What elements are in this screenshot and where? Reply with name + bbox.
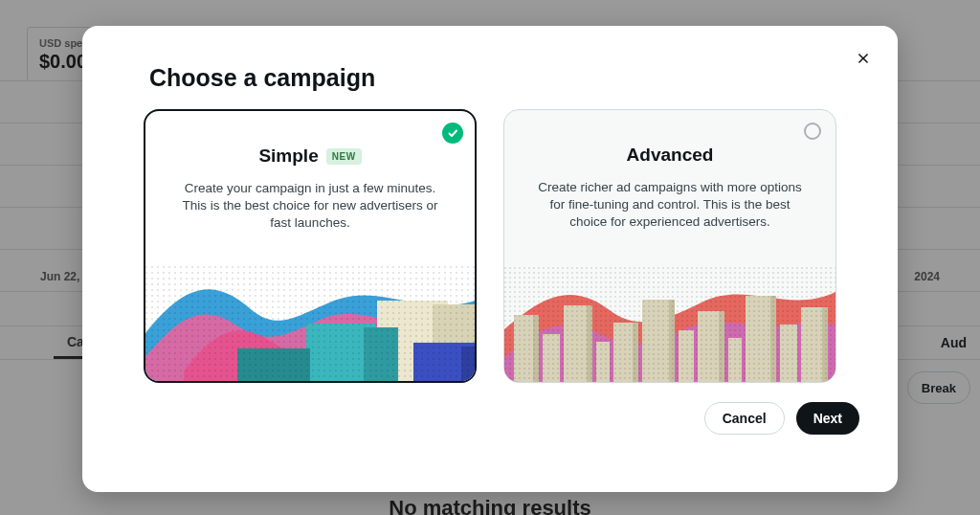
choose-campaign-modal: Choose a campaign Simple NEW Create your… — [82, 26, 898, 492]
svg-rect-30 — [504, 267, 836, 382]
svg-rect-9 — [145, 266, 477, 381]
radio-simple[interactable] — [442, 123, 463, 144]
modal-actions: Cancel Next — [117, 402, 863, 435]
close-icon — [857, 52, 870, 65]
cancel-button[interactable]: Cancel — [704, 402, 785, 435]
option-advanced-desc: Create richer ad campaigns with more opt… — [504, 179, 835, 232]
option-simple-illustration — [145, 266, 477, 381]
option-simple-desc: Create your campaign in just a few minut… — [145, 180, 475, 233]
check-icon — [442, 123, 463, 144]
close-button[interactable] — [850, 45, 877, 72]
option-simple[interactable]: Simple NEW Create your campaign in just … — [144, 109, 477, 383]
option-advanced[interactable]: Advanced Create richer ad campaigns with… — [503, 109, 836, 383]
option-advanced-title: Advanced — [627, 145, 714, 166]
option-advanced-header: Advanced — [627, 145, 714, 166]
radio-advanced[interactable] — [803, 122, 824, 143]
campaign-options: Simple NEW Create your campaign in just … — [117, 109, 863, 383]
option-simple-title: Simple — [258, 146, 318, 167]
new-badge: NEW — [326, 148, 362, 165]
radio-unchecked-icon — [804, 123, 821, 140]
option-simple-header: Simple NEW — [258, 146, 361, 167]
modal-title: Choose a campaign — [149, 64, 863, 92]
next-button[interactable]: Next — [796, 402, 859, 435]
option-advanced-illustration — [504, 267, 836, 382]
